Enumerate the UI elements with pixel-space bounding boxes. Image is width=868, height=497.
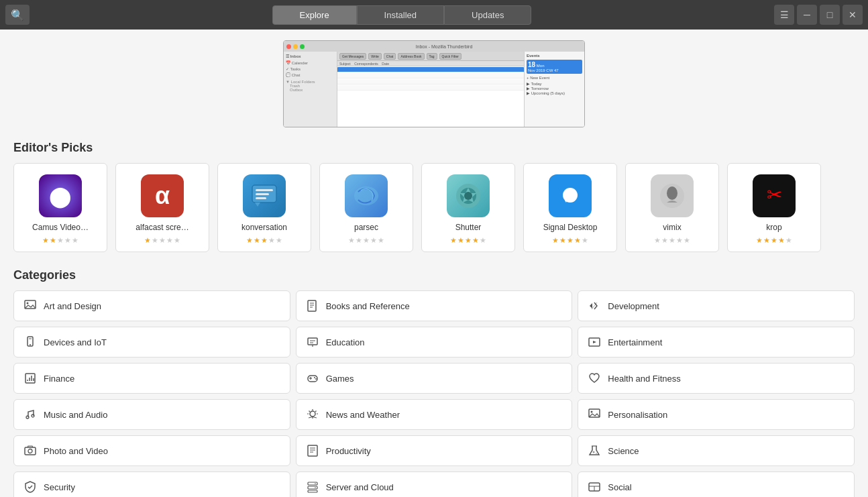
category-server-and-cloud[interactable]: Server and Cloud — [296, 472, 573, 497]
entertainment-icon — [588, 335, 601, 349]
app-stars-vimix: ★ ★ ★ ★ ★ — [654, 236, 690, 245]
social-icon — [588, 480, 601, 494]
svg-rect-25 — [308, 338, 317, 345]
tb-list-item — [337, 79, 524, 85]
category-productivity[interactable]: Productivity — [296, 435, 573, 466]
nav-tabs: Explore Installed Updates — [35, 5, 769, 25]
category-label-health-and-fitness: Health and Fitness — [608, 374, 680, 384]
svg-line-48 — [309, 411, 310, 412]
categories-section: Categories Art and Design Books and Refe… — [13, 268, 855, 497]
category-music-and-audio[interactable]: Music and Audio — [13, 399, 290, 430]
category-games[interactable]: Games — [296, 363, 573, 394]
app-icon-signal — [549, 174, 592, 217]
search-icon: 🔍 — [11, 9, 24, 21]
app-card-alfacast[interactable]: α alfacast scre… ★ ★ ★ ★ ★ — [115, 163, 209, 252]
app-icon-parsec — [345, 174, 388, 217]
category-social[interactable]: Social — [578, 472, 855, 497]
tb-toolbar: Get Messages Write Chat Address Book Tag… — [337, 52, 524, 61]
category-security[interactable]: Security — [13, 472, 290, 497]
svg-rect-61 — [308, 482, 317, 485]
category-news-and-weather[interactable]: News and Weather — [296, 399, 573, 430]
category-personalisation[interactable]: Personalisation — [578, 399, 855, 430]
search-button[interactable]: 🔍 — [5, 5, 30, 25]
editors-picks-header: Editor's Picks — [13, 141, 855, 155]
tab-explore[interactable]: Explore — [272, 5, 357, 25]
tb-body: ☰ Inbox 📅 Calender ✓ Tasks 💬 Chat ▼ Loca… — [284, 52, 584, 127]
science-icon — [588, 444, 601, 457]
svg-point-53 — [28, 449, 32, 453]
app-stars-parsec: ★ ★ ★ ★ ★ — [348, 236, 384, 245]
titlebar: 🔍 Explore Installed Updates ☰ ─ □ ✕ — [0, 0, 868, 30]
category-label-education: Education — [326, 337, 365, 347]
tb-list-item — [337, 85, 524, 91]
category-label-games: Games — [326, 374, 354, 384]
category-label-photo-and-video: Photo and Video — [44, 446, 108, 456]
category-label-social: Social — [608, 482, 631, 492]
svg-point-41 — [26, 416, 29, 419]
app-stars-krop: ★ ★ ★ ★ ★ — [756, 236, 792, 245]
maximize-button[interactable]: □ — [820, 5, 840, 25]
svg-point-64 — [315, 483, 316, 484]
category-education[interactable]: Education — [296, 327, 573, 357]
category-health-and-fitness[interactable]: Health and Fitness — [578, 363, 855, 394]
category-books-and-reference[interactable]: Books and Reference — [296, 290, 573, 321]
category-label-personalisation: Personalisation — [608, 410, 667, 420]
app-card-krop[interactable]: ✂ krop ★ ★ ★ ★ ★ — [727, 163, 821, 252]
music-audio-icon — [23, 408, 37, 421]
app-card-parsec[interactable]: parsec ★ ★ ★ ★ ★ — [319, 163, 413, 252]
window-controls: ☰ ─ □ ✕ — [774, 5, 863, 25]
category-devices-and-iot[interactable]: Devices and IoT — [13, 327, 290, 357]
app-name-parsec: parsec — [325, 223, 407, 232]
svg-point-8 — [464, 192, 472, 200]
svg-point-43 — [310, 411, 315, 417]
app-card-camus[interactable]: ⬤ Camus Video… ★ ★ ★ ★ ★ — [13, 163, 107, 252]
close-button[interactable]: ✕ — [843, 5, 863, 25]
maximize-icon: □ — [827, 9, 832, 20]
photo-video-icon — [23, 444, 37, 457]
svg-point-59 — [593, 451, 595, 453]
app-name-shutter: Shutter — [427, 223, 509, 232]
category-label-security: Security — [44, 482, 75, 492]
art-design-icon — [23, 299, 37, 313]
category-art-and-design[interactable]: Art and Design — [13, 290, 290, 321]
svg-rect-2 — [256, 189, 273, 191]
svg-line-21 — [592, 302, 597, 309]
games-icon — [306, 372, 319, 385]
minimize-button[interactable]: ─ — [797, 5, 817, 25]
app-card-signal[interactable]: Signal Desktop ★ ★ ★ ★ ★ — [523, 163, 617, 252]
tb-list-item — [337, 73, 524, 78]
category-photo-and-video[interactable]: Photo and Video — [13, 435, 290, 466]
category-label-news-and-weather: News and Weather — [326, 410, 400, 420]
app-name-konversation: konversation — [223, 223, 305, 232]
app-icon-shutter — [447, 174, 490, 217]
category-finance[interactable]: Finance — [13, 363, 290, 394]
app-stars-konversation: ★ ★ ★ ★ ★ — [246, 236, 282, 245]
tb-close-dot — [286, 44, 291, 49]
svg-point-39 — [314, 377, 315, 378]
app-card-konversation[interactable]: konversation ★ ★ ★ ★ ★ — [217, 163, 311, 252]
app-name-vimix: vimix — [631, 223, 713, 232]
menu-button[interactable]: ☰ — [774, 5, 794, 25]
category-label-science: Science — [608, 446, 639, 456]
category-label-finance: Finance — [44, 374, 74, 384]
app-name-krop: krop — [733, 223, 815, 232]
category-development[interactable]: Development — [578, 290, 855, 321]
security-icon — [23, 480, 37, 494]
svg-point-16 — [27, 302, 29, 305]
svg-point-40 — [315, 378, 317, 380]
education-icon — [306, 335, 319, 349]
category-entertainment[interactable]: Entertainment — [578, 327, 855, 357]
tab-updates[interactable]: Updates — [444, 5, 531, 25]
tab-installed[interactable]: Installed — [357, 5, 444, 25]
tb-title: Inbox - Mozilla Thunderbird — [307, 44, 582, 49]
tb-main: Get Messages Write Chat Address Book Tag… — [337, 52, 524, 127]
app-icon-vimix — [651, 174, 694, 217]
app-stars-signal: ★ ★ ★ ★ ★ — [552, 236, 588, 245]
app-stars-alfacast: ★ ★ ★ ★ ★ — [144, 236, 180, 245]
app-card-shutter[interactable]: Shutter ★ ★ ★ ★ ★ — [421, 163, 515, 252]
category-science[interactable]: Science — [578, 435, 855, 466]
svg-rect-54 — [308, 445, 317, 456]
category-label-music-and-audio: Music and Audio — [44, 410, 107, 420]
devices-iot-icon — [23, 335, 37, 349]
app-card-vimix[interactable]: vimix ★ ★ ★ ★ ★ — [625, 163, 719, 252]
